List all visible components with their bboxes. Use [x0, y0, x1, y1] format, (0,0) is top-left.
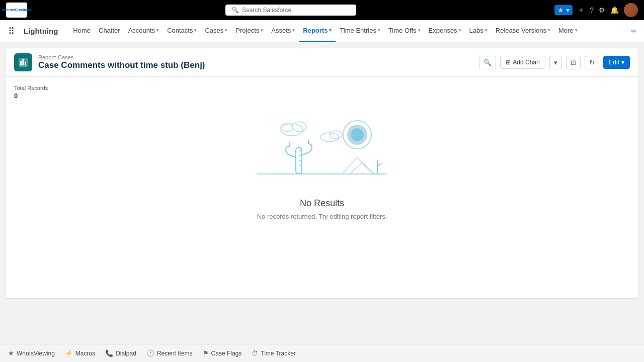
nav-item-chatter[interactable]: Chatter — [95, 20, 124, 42]
nav-item-expenses[interactable]: Expenses ▾ — [425, 20, 465, 42]
search-icon: 🔍 — [231, 7, 239, 14]
no-results-title: No Results — [300, 198, 344, 209]
top-bar-actions: ★ ▾ ＋ ? ⚙ 🔔 — [554, 3, 638, 17]
content-area: Report: Cases Case Comments without time… — [0, 42, 644, 344]
report-header: Report: Cases Case Comments without time… — [6, 48, 638, 77]
company-logo: Internet Creations — [6, 3, 27, 18]
report-icon — [14, 53, 32, 71]
avatar[interactable] — [624, 3, 638, 17]
total-records-value: 0 — [14, 92, 630, 100]
top-bar: Internet Creations 🔍 ★ ▾ ＋ ? ⚙ 🔔 — [0, 0, 644, 20]
nav-item-time-offs[interactable]: Time Offs ▾ — [384, 20, 425, 42]
add-chart-icon: ⊞ — [506, 59, 511, 66]
filter-button[interactable]: ▾ — [549, 56, 562, 69]
help-icon[interactable]: ? — [590, 6, 594, 14]
no-results-illustration — [242, 110, 403, 190]
save-button[interactable]: ⊡ — [566, 56, 581, 69]
svg-rect-2 — [23, 59, 24, 65]
nav-item-labs[interactable]: Labs ▾ — [465, 20, 492, 42]
chevron-down-icon: ▾ — [292, 28, 295, 33]
nav-bar: ⠿ Lightning Home Chatter Accounts ▾ Cont… — [0, 20, 644, 42]
chevron-down-icon: ▾ — [575, 28, 578, 33]
total-records-section: Total Records 0 — [14, 85, 630, 100]
report-title-block: Report: Cases Case Comments without time… — [38, 54, 205, 70]
report-body: Total Records 0 — [6, 77, 638, 298]
search-input[interactable] — [242, 7, 350, 14]
nav-item-contacts[interactable]: Contacts ▾ — [163, 20, 201, 42]
favorites-button[interactable]: ★ ▾ — [554, 5, 573, 15]
nav-item-more[interactable]: More ▾ — [554, 20, 582, 42]
svg-line-16 — [377, 163, 381, 166]
svg-point-6 — [351, 128, 364, 141]
report-header-actions: 🔍 ⊞ Add Chart ▾ ⊡ ↻ Edit ▾ — [479, 56, 630, 69]
svg-point-11 — [330, 131, 342, 139]
chevron-down-icon: ▾ — [378, 28, 380, 33]
report-title: Case Comments without time stub (Benj) — [38, 60, 205, 70]
chevron-down-icon: ▾ — [194, 28, 197, 33]
search-report-button[interactable]: 🔍 — [479, 56, 496, 69]
edit-dropdown-icon: ▾ — [621, 59, 624, 66]
svg-point-10 — [320, 133, 339, 142]
nav-item-cases[interactable]: Cases ▾ — [201, 20, 231, 42]
svg-marker-13 — [342, 157, 372, 174]
chevron-down-icon: ▾ — [156, 28, 159, 33]
nav-item-home[interactable]: Home — [69, 20, 95, 42]
report-header-left: Report: Cases Case Comments without time… — [14, 53, 205, 71]
svg-point-8 — [292, 122, 306, 132]
settings-icon[interactable]: ⚙ — [599, 6, 605, 14]
logo-area: Internet Creations — [6, 3, 27, 18]
svg-rect-1 — [20, 61, 22, 65]
chevron-down-icon: ▾ — [418, 28, 421, 33]
notifications-icon[interactable]: 🔔 — [610, 6, 619, 14]
chevron-down-icon: ▾ — [329, 28, 332, 33]
total-records-label: Total Records — [14, 85, 630, 91]
add-icon[interactable]: ＋ — [578, 6, 585, 15]
report-card: Report: Cases Case Comments without time… — [6, 48, 638, 298]
edit-button[interactable]: Edit ▾ — [603, 56, 630, 69]
add-chart-button[interactable]: ⊞ Add Chart — [500, 56, 545, 69]
nav-item-projects[interactable]: Projects ▾ — [231, 20, 267, 42]
nav-item-assets[interactable]: Assets ▾ — [267, 20, 299, 42]
apps-icon[interactable]: ⠿ — [4, 26, 19, 37]
nav-item-accounts[interactable]: Accounts ▾ — [124, 20, 163, 42]
global-search[interactable]: 🔍 — [225, 5, 356, 16]
no-results-area: No Results No records returned. Try edit… — [14, 100, 630, 235]
report-subtitle: Report: Cases — [38, 54, 205, 60]
chevron-down-icon: ▾ — [261, 28, 263, 33]
nav-item-release-versions[interactable]: Release Versions ▾ — [492, 20, 554, 42]
chevron-down-icon: ▾ — [485, 28, 488, 33]
chevron-down-icon: ▾ — [548, 28, 550, 33]
svg-rect-3 — [25, 62, 26, 65]
chevron-down-icon: ▾ — [459, 28, 461, 33]
refresh-button[interactable]: ↻ — [585, 56, 599, 69]
svg-point-9 — [281, 124, 293, 132]
nav-brand: Lightning — [21, 27, 61, 35]
nav-edit-icon[interactable]: ✏ — [628, 27, 640, 35]
nav-item-time-entries[interactable]: Time Entries ▾ — [336, 20, 384, 42]
chevron-down-icon: ▾ — [225, 28, 227, 33]
no-results-sub: No records returned. Try editing report … — [257, 213, 387, 220]
nav-item-reports[interactable]: Reports ▾ — [299, 20, 336, 42]
